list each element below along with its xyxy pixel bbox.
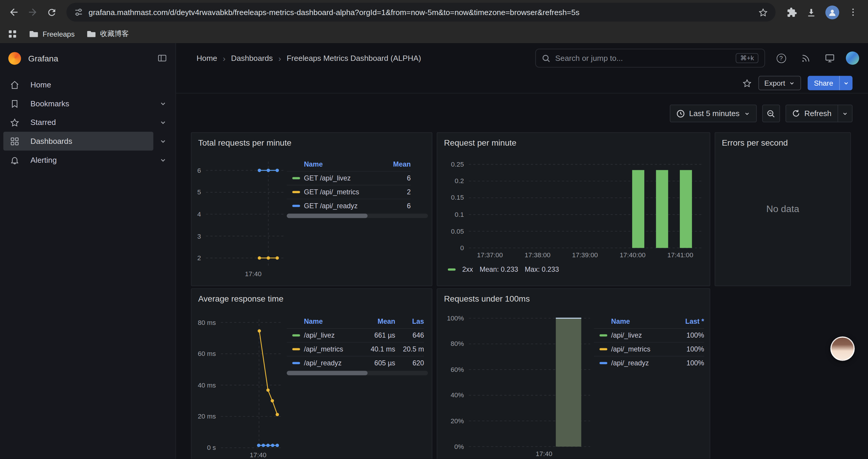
legend-table: Name Mean Las /api/_livez 661 µs 646 /ap… <box>287 315 424 369</box>
scrollbar-thumb[interactable] <box>287 214 368 218</box>
y-axis-label: 4 <box>191 210 201 218</box>
bar-chart[interactable]: 100%80%60%40%20%0%17:40 <box>469 318 590 447</box>
time-series-chart[interactable]: 6543217:40 <box>206 162 283 267</box>
legend-inline[interactable]: 2xx Mean: 0.233 Max: 0.233 <box>448 266 559 273</box>
series-last: 100% <box>671 331 704 339</box>
zoom-out-button[interactable] <box>762 104 780 122</box>
share-button[interactable]: Share <box>808 76 852 90</box>
legend-header-name[interactable]: Name <box>287 318 360 326</box>
grafana-logo[interactable] <box>8 52 21 64</box>
x-axis-label: 17:41:00 <box>658 251 703 259</box>
legend-row[interactable]: /api/_readyz 100% <box>594 356 704 370</box>
search-box[interactable]: ⌘+k <box>535 49 765 68</box>
url-text[interactable]: grafana.mathmast.com/d/deytv4rwavabkb/fr… <box>89 8 753 17</box>
y-axis-label: 0.05 <box>437 227 464 235</box>
legend-header-name[interactable]: Name <box>287 160 378 168</box>
legend-row[interactable]: /api/_livez 661 µs 646 <box>287 328 424 342</box>
series-name: GET /api/_livez <box>304 174 351 182</box>
refresh-button[interactable]: Refresh <box>785 104 852 122</box>
sidebar-item-label: Bookmarks <box>30 99 69 108</box>
bookmark-item[interactable]: Freeleaps <box>29 29 74 38</box>
extensions-icon[interactable] <box>787 7 797 18</box>
dashboards-icon <box>10 136 20 146</box>
refresh-interval-caret[interactable] <box>838 105 852 122</box>
address-bar[interactable]: grafana.mathmast.com/d/deytv4rwavabkb/fr… <box>66 3 776 22</box>
time-series-chart[interactable]: 80 ms60 ms40 ms20 ms0 s17:40 <box>221 319 283 448</box>
y-axis-label: 20% <box>437 417 464 425</box>
legend-row[interactable]: /api/_metrics 40.1 ms 20.5 m <box>287 342 424 356</box>
legend-header-mean[interactable]: Mean <box>360 318 395 326</box>
time-range-picker[interactable]: Last 5 minutes <box>670 104 756 122</box>
series-color-swatch <box>599 348 607 350</box>
favorite-star-icon[interactable] <box>742 78 752 88</box>
legend-header-mean[interactable]: Mean <box>378 160 411 168</box>
breadcrumb-home[interactable]: Home <box>196 54 217 63</box>
legend-scrollbar[interactable] <box>287 371 428 375</box>
help-icon[interactable]: ? <box>773 50 789 66</box>
time-range-label: Last 5 minutes <box>689 109 740 118</box>
panel-average-response-time: Average response time 80 ms60 ms40 ms20 … <box>191 288 432 459</box>
sidebar-item-bookmarks[interactable]: Bookmarks <box>3 94 153 113</box>
legend-table: Name Last * /api/_livez 100% /api/_metri… <box>594 315 704 369</box>
sidebar-item-dashboards[interactable]: Dashboards <box>3 132 153 151</box>
legend-header-name[interactable]: Name <box>594 318 671 326</box>
legend-header-last[interactable]: Las <box>395 318 424 326</box>
bookmark-item[interactable]: 收藏博客 <box>87 29 129 39</box>
scrollbar-thumb[interactable] <box>287 371 368 375</box>
breadcrumb-dashboards[interactable]: Dashboards <box>231 54 273 63</box>
chevron-down-icon[interactable] <box>153 151 172 169</box>
sidebar-item-starred[interactable]: Starred <box>3 113 153 132</box>
series-name: 2xx <box>462 266 473 273</box>
x-axis-label: 17:38:00 <box>516 251 560 259</box>
search-input[interactable] <box>555 54 731 63</box>
export-button[interactable]: Export <box>758 76 801 90</box>
monitor-icon[interactable] <box>822 50 838 66</box>
panel-title[interactable]: Total requests per minute <box>191 133 432 153</box>
chevron-down-icon[interactable] <box>153 113 172 132</box>
browser-menu-icon[interactable] <box>848 7 858 17</box>
legend-row[interactable]: /api/_livez 100% <box>594 328 704 342</box>
y-axis-label: 80% <box>437 340 464 348</box>
panel-title[interactable]: Average response time <box>191 289 432 308</box>
legend-header-last[interactable]: Last * <box>671 318 704 326</box>
legend-row[interactable]: GET /api/_metrics 2 <box>287 185 411 199</box>
search-icon <box>542 54 550 62</box>
export-label: Export <box>764 79 785 87</box>
sidebar-collapse-icon[interactable] <box>157 53 167 63</box>
x-axis-label: 17:39:00 <box>563 251 607 259</box>
breadcrumb-separator: › <box>278 54 281 63</box>
legend-row[interactable]: GET /api/_readyz 6 <box>287 199 411 213</box>
news-rss-icon[interactable] <box>797 50 814 66</box>
legend-row[interactable]: /api/_readyz 605 µs 620 <box>287 356 424 370</box>
panel-title[interactable]: Request per minute <box>437 133 710 153</box>
panel-request-per-minute: Request per minute 0.250.20.150.10.05017… <box>437 132 710 286</box>
chevron-down-icon[interactable] <box>153 94 172 113</box>
bookmark-icon <box>10 99 20 108</box>
panel-title[interactable]: Requests under 100ms <box>437 289 710 308</box>
panel-errors-per-second: Errors per second No data <box>715 132 851 286</box>
sidebar-item-home[interactable]: Home <box>3 75 172 94</box>
y-axis-label: 40 ms <box>191 381 216 389</box>
share-menu-caret[interactable] <box>839 76 852 90</box>
site-settings-icon[interactable] <box>74 8 83 17</box>
chevron-down-icon[interactable] <box>153 132 172 151</box>
x-axis-label: 17:40 <box>522 450 566 458</box>
star-icon <box>10 118 20 127</box>
sidebar-item-alerting[interactable]: Alerting <box>3 151 153 169</box>
bookmark-star-icon[interactable] <box>758 7 768 17</box>
assistant-avatar[interactable] <box>831 336 855 361</box>
download-icon[interactable] <box>806 7 816 18</box>
y-axis-label: 6 <box>191 167 201 174</box>
back-icon[interactable] <box>4 3 23 22</box>
y-axis-label: 0 s <box>191 444 216 452</box>
reload-icon[interactable] <box>42 3 61 22</box>
user-avatar[interactable] <box>846 52 859 65</box>
apps-grid-icon[interactable] <box>8 29 17 38</box>
browser-profile-avatar[interactable] <box>826 5 839 19</box>
legend-row[interactable]: /api/_metrics 100% <box>594 342 704 356</box>
y-axis-label: 20 ms <box>191 413 216 420</box>
chevron-down-icon <box>789 80 795 86</box>
legend-row[interactable]: GET /api/_livez 6 <box>287 171 411 185</box>
legend-scrollbar[interactable] <box>287 214 428 218</box>
bar-chart[interactable]: 0.250.20.150.10.05017:37:0017:38:0017:39… <box>469 164 703 248</box>
